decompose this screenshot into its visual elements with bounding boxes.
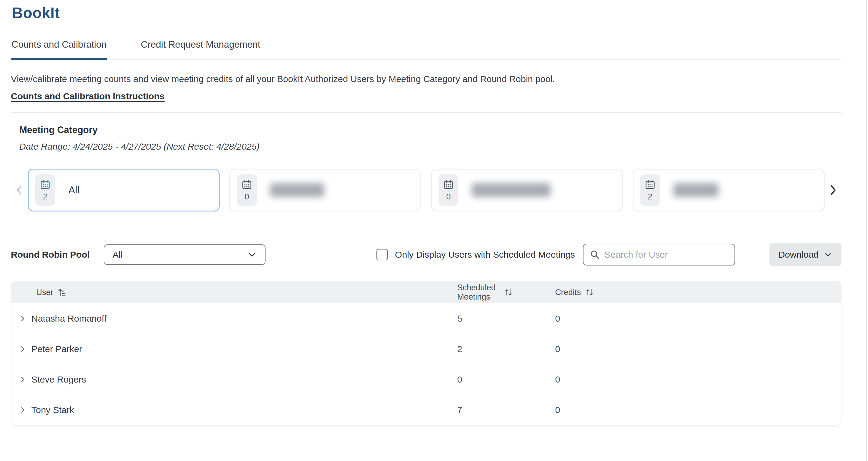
credits-value: 0 [555,314,841,324]
round-robin-pool-label: Round Robin Pool [11,250,90,260]
column-header-credits[interactable]: Credits [555,288,841,297]
column-header-user-label: User [36,288,53,297]
calendar-icon [644,179,656,191]
user-name: Natasha Romanoff [31,314,107,324]
round-robin-pool-value: All [113,250,247,260]
credits-value: 0 [555,374,841,385]
user-name: Peter Parker [31,344,82,354]
chevron-down-icon [247,250,257,260]
search-box [583,244,735,265]
category-carousel: 2 All 0 [11,169,841,211]
instructions-link[interactable]: Counts and Calibration Instructions [11,91,164,102]
calendar-badge: 0 [438,174,458,206]
meeting-category-card[interactable]: 0 [229,169,421,211]
category-label: All [68,184,80,196]
column-header-credits-label: Credits [555,288,581,297]
category-label-redacted [472,183,551,197]
bookit-page: BookIt Counts and Calibration Credit Req… [0,4,868,426]
user-name: Steve Rogers [31,374,86,385]
download-button[interactable]: Download [770,243,841,266]
table-row[interactable]: Natasha Romanoff 5 0 [11,303,841,334]
credits-value: 0 [555,344,841,354]
expand-row-chevron-right-icon[interactable] [19,315,27,322]
tab-bar: Counts and Calibration Credit Request Ma… [11,39,841,60]
calendar-badge: 2 [640,174,660,206]
meeting-category-card[interactable]: 2 [632,169,825,211]
search-icon [590,249,600,260]
window-edge-scrollbar[interactable] [866,0,867,461]
category-count: 0 [244,192,249,202]
category-label-redacted [673,183,718,197]
page-title: BookIt [12,4,841,22]
tab-credit-request-management[interactable]: Credit Request Management [140,39,261,60]
carousel-chevron-right-icon[interactable] [825,169,841,211]
category-card-list: 2 All 0 [28,169,825,211]
chevron-down-icon [824,250,832,259]
search-input[interactable] [604,250,729,260]
scheduled-meetings-value: 2 [457,344,555,354]
user-name: Tony Stark [31,405,74,415]
round-robin-pool-select[interactable]: All [104,244,266,265]
expand-row-chevron-right-icon[interactable] [19,376,27,383]
sort-both-icon [504,288,513,297]
meeting-category-heading: Meeting Category [19,124,841,136]
tab-counts-and-calibration[interactable]: Counts and Calibration [11,39,107,60]
table-header: User Scheduled Meetings [11,282,841,303]
calendar-icon [241,179,253,191]
only-scheduled-checkbox[interactable] [376,249,388,260]
meeting-category-card[interactable]: 0 [431,169,623,211]
section-divider [11,112,841,113]
category-count: 0 [446,192,451,202]
download-button-label: Download [778,250,818,260]
carousel-chevron-left-icon[interactable] [11,169,28,211]
calendar-badge: 2 [35,174,55,206]
expand-row-chevron-right-icon[interactable] [19,406,27,414]
sort-both-icon [585,288,594,297]
scheduled-meetings-value: 5 [457,314,555,324]
credits-value: 0 [555,405,841,415]
scheduled-meetings-value: 0 [457,374,555,385]
category-count: 2 [43,192,47,202]
expand-row-chevron-right-icon[interactable] [19,345,27,353]
table-row[interactable]: Steve Rogers 0 0 [11,364,841,395]
filters-row: Round Robin Pool All Only Display Users … [11,243,841,266]
table-row[interactable]: Tony Stark 7 0 [11,395,841,425]
category-label-redacted [270,183,324,197]
table-row[interactable]: Peter Parker 2 0 [11,334,841,364]
scheduled-meetings-value: 7 [457,405,555,415]
column-header-scheduled-meetings[interactable]: Scheduled Meetings [457,283,555,302]
calendar-icon [443,179,454,191]
users-table: User Scheduled Meetings [11,281,841,426]
sort-ascending-icon [57,288,67,297]
calendar-icon [39,179,51,191]
calendar-badge: 0 [237,174,257,206]
column-header-user[interactable]: User [11,288,457,297]
meeting-category-card[interactable]: 2 All [28,169,220,211]
table-body: Natasha Romanoff 5 0 Peter Parker 2 0 St… [11,303,841,425]
date-range-text: Date Range: 4/24/2025 - 4/27/2025 (Next … [19,142,841,152]
intro-description: View/calibrate meeting counts and view m… [11,74,841,84]
only-scheduled-checkbox-label: Only Display Users with Scheduled Meetin… [395,250,575,260]
category-count: 2 [648,192,652,202]
column-header-scheduled-meetings-label: Scheduled Meetings [457,283,500,302]
